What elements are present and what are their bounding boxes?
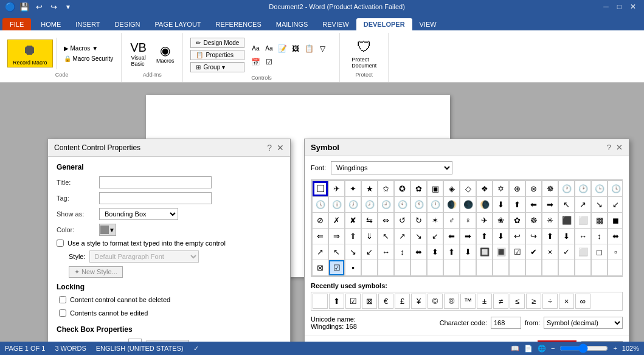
symbol-cell[interactable]: ☑ — [510, 244, 525, 260]
symbol-cell[interactable]: ↖ — [378, 229, 393, 244]
symbol-cell[interactable]: 🕔 — [313, 197, 328, 212]
symbol-cell[interactable]: ⬛ — [559, 213, 574, 228]
title-input[interactable] — [99, 176, 212, 188]
symbol-cell[interactable]: ✦ — [345, 181, 361, 196]
symbol-cell[interactable]: ↕ — [592, 229, 607, 244]
symbol-cell[interactable]: ⊕ — [510, 181, 525, 196]
zoom-in-icon[interactable]: + — [613, 345, 617, 352]
symbol-cell[interactable]: ♂ — [444, 213, 459, 228]
symbol-cell[interactable]: 🕕 — [329, 197, 344, 212]
symbol-cell[interactable]: ⇑ — [345, 229, 361, 244]
symbol-cell[interactable]: ↺ — [395, 213, 410, 228]
symbol-cell[interactable]: ↘ — [345, 244, 361, 260]
symbol-cell[interactable] — [526, 260, 541, 275]
symbol-cell[interactable]: ⊗ — [526, 181, 541, 196]
symbol-cell[interactable]: 🕗 — [362, 197, 377, 212]
symbol-cell[interactable]: ⬌ — [608, 229, 623, 244]
symbol-cell[interactable]: ⬅ — [444, 229, 459, 244]
symbol-cell[interactable]: 🔳 — [493, 244, 508, 260]
symbol-cell[interactable]: ⬇ — [559, 229, 574, 244]
symbol-cell[interactable]: 🔲 — [477, 244, 492, 260]
symbol-cell[interactable] — [575, 260, 590, 275]
tab-home[interactable]: HOME — [33, 18, 68, 30]
recent-symbol-neq[interactable]: ≠ — [493, 294, 508, 309]
symbol-cell[interactable]: ↙ — [608, 197, 623, 212]
ctrl-richtext[interactable]: 📝 — [276, 43, 288, 55]
recent-symbol-registered[interactable]: ® — [444, 294, 459, 309]
symbol-cell[interactable]: 🕐 — [559, 181, 574, 196]
symbol-cell[interactable]: ↔ — [575, 229, 590, 244]
recent-symbol-checkbox[interactable]: ☑ — [345, 294, 361, 309]
symbol-cell[interactable]: ▫ — [608, 244, 623, 260]
qat-undo[interactable]: ↩ — [33, 1, 44, 12]
font-select[interactable]: Wingdings — [331, 161, 452, 174]
symbol-cell[interactable]: ✳ — [542, 213, 558, 228]
symbol-cell[interactable]: ✩ — [378, 181, 393, 196]
symbol-ok-button[interactable]: OK — [538, 340, 576, 342]
ctrl-checkbox[interactable]: ☑ — [263, 56, 275, 68]
tab-design[interactable]: DESIGN — [107, 18, 147, 30]
new-style-button[interactable]: ✦ New Style... — [69, 266, 123, 278]
view-web-icon[interactable]: 🌐 — [538, 345, 546, 353]
symbol-cell[interactable]: ◈ — [444, 181, 459, 196]
symbol-cell[interactable]: ↗ — [395, 229, 410, 244]
recent-symbol-yen[interactable]: ¥ — [411, 294, 426, 309]
macros-button[interactable]: ▶ Macros ▼ — [61, 44, 117, 53]
qat-customize[interactable]: ▼ — [63, 1, 74, 12]
macros-large-button[interactable]: ◉ Macros — [153, 42, 178, 65]
locking-cb2[interactable] — [59, 309, 66, 317]
symbol-cancel-button[interactable]: Cancel — [581, 341, 623, 342]
symbol-cell[interactable]: 🕓 — [608, 181, 623, 196]
symbol-cell[interactable] — [592, 260, 607, 275]
tab-references[interactable]: REFERENCES — [209, 18, 269, 30]
tab-insert[interactable]: INSERT — [68, 18, 107, 30]
maximize-button[interactable]: □ — [614, 2, 625, 11]
style-dropdown[interactable]: Default Paragraph Font — [89, 250, 199, 263]
qat-save[interactable]: 💾 — [19, 1, 30, 12]
symbol-cell[interactable]: 🌒 — [444, 197, 459, 212]
symbol-cell[interactable]: ▣ — [428, 181, 443, 196]
symbol-cell[interactable]: ◼ — [608, 213, 623, 228]
symbol-cell[interactable]: ⇒ — [329, 229, 344, 244]
symbol-cell[interactable]: ✗ — [329, 213, 344, 228]
design-mode-button[interactable]: ✏ Design Mode — [190, 38, 244, 48]
symbol-cell[interactable]: ◻ — [592, 244, 607, 260]
properties-button[interactable]: 📋 Properties — [190, 50, 244, 60]
symbol-cell[interactable]: ✿ — [411, 181, 426, 196]
record-macro-button[interactable]: ⏺ Record Macro — [7, 40, 53, 67]
checked-change-button[interactable]: Change... — [147, 340, 189, 342]
ctrl-datepicker[interactable]: 📅 — [249, 56, 261, 68]
recent-symbol-copyright[interactable]: © — [428, 294, 443, 309]
symbol-cell[interactable]: ▩ — [592, 213, 607, 228]
symbol-close-button[interactable]: ✕ — [616, 143, 623, 152]
symbol-cell[interactable]: ☸ — [542, 181, 558, 196]
symbol-cell[interactable]: 🕑 — [575, 181, 590, 196]
group-button[interactable]: ⊞ Group ▾ — [190, 62, 244, 72]
symbol-cell[interactable]: ✈ — [477, 213, 492, 228]
symbol-cell[interactable]: ⬜ — [575, 213, 590, 228]
symbol-cell[interactable]: ↖ — [329, 244, 344, 260]
tab-page-layout[interactable]: PAGE LAYOUT — [148, 18, 209, 30]
symbol-cell[interactable]: ↗ — [313, 244, 328, 260]
symbol-cell[interactable]: ⬜ — [575, 244, 590, 260]
symbol-cell[interactable]: ♀ — [460, 213, 476, 228]
recent-symbol-divide[interactable]: ÷ — [542, 294, 558, 309]
symbol-cell[interactable]: ⬇ — [460, 244, 476, 260]
symbol-cell[interactable] — [608, 260, 623, 275]
recent-symbol-cursor[interactable]: ⬆ — [329, 294, 344, 309]
minimize-button[interactable]: ─ — [600, 2, 612, 11]
symbol-cell[interactable] — [411, 260, 426, 275]
symbol-cell[interactable] — [378, 260, 393, 275]
macro-security-button[interactable]: 🔒 Macro Security — [61, 54, 117, 63]
symbol-cell[interactable]: ↘ — [592, 197, 607, 212]
symbol-cell[interactable] — [460, 260, 476, 275]
ctrl-Aa1[interactable]: Aa — [249, 43, 261, 55]
symbol-cell[interactable]: ⊘ — [313, 213, 328, 228]
symbol-cell[interactable]: ↻ — [411, 213, 426, 228]
dialog-ccp-close-button[interactable]: ✕ — [277, 143, 284, 153]
symbol-cell[interactable]: ❀ — [493, 213, 508, 228]
symbol-cell[interactable]: ↕ — [395, 244, 410, 260]
symbol-cell[interactable] — [428, 260, 443, 275]
recent-symbol-pound[interactable]: £ — [395, 294, 410, 309]
symbol-cell[interactable]: ⇓ — [362, 229, 377, 244]
